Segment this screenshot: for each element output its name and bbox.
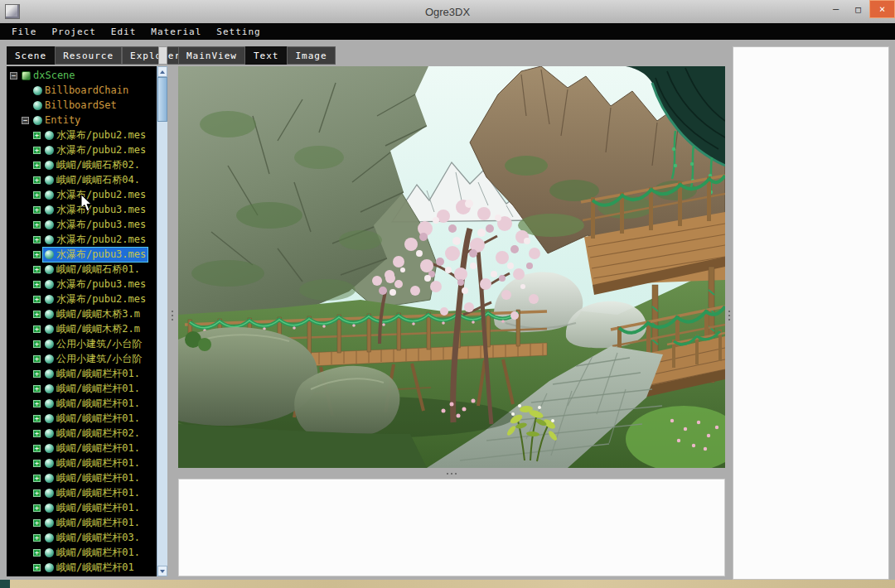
expander-icon[interactable]	[33, 176, 41, 184]
tree-row[interactable]: 水瀑布/pubu2.mes	[7, 142, 157, 157]
tree-row[interactable]: 峨嵋/峨嵋栏杆02.	[7, 426, 157, 441]
tree-row[interactable]: 公用小建筑/小台阶	[7, 351, 157, 366]
right-splitter-handle[interactable]	[726, 303, 733, 328]
expander-icon[interactable]	[33, 206, 41, 214]
tree-scrollbar[interactable]	[157, 66, 167, 576]
tree-row[interactable]: BillboardSet	[7, 98, 157, 113]
expander-icon[interactable]	[33, 191, 41, 199]
expander-icon[interactable]	[33, 534, 41, 542]
tree-row-label: 水瀑布/pubu2.mes	[56, 292, 146, 306]
minimize-button[interactable]: –	[825, 0, 847, 18]
tree-row[interactable]: 公用小建筑/小台阶	[7, 336, 157, 351]
expander-icon[interactable]	[33, 430, 41, 437]
tree-row[interactable]: 峨嵋/峨嵋栏杆01	[7, 560, 157, 575]
expander-icon[interactable]	[33, 475, 41, 482]
expander-icon[interactable]	[33, 504, 41, 512]
tree-row[interactable]: 水瀑布/pubu2.mes	[7, 292, 157, 306]
close-button[interactable]: ×	[869, 0, 895, 18]
horizontal-splitter[interactable]	[178, 468, 725, 479]
tree-row[interactable]: 峨嵋/峨嵋栏杆01.	[7, 381, 157, 396]
scroll-up-icon[interactable]	[157, 66, 167, 77]
tree-row[interactable]: 峨嵋/峨嵋栏杆01.	[7, 455, 157, 470]
node-icon	[45, 369, 54, 378]
expander-icon[interactable]	[33, 266, 41, 273]
tree-row[interactable]: 峨嵋/峨嵋栏杆03.	[7, 530, 157, 545]
tree-row[interactable]: 峨嵋/峨嵋石桥04.	[7, 172, 157, 187]
tree-row-label: 峨嵋/峨嵋栏杆01.	[56, 441, 140, 455]
tree-row[interactable]: 水瀑布/pubu3.mes	[7, 247, 157, 262]
expander-icon[interactable]	[33, 415, 41, 422]
tree-row[interactable]: 水瀑布/pubu3.mes	[7, 277, 157, 292]
expander-icon[interactable]	[33, 340, 41, 348]
expander-icon[interactable]	[10, 72, 17, 80]
expander-icon[interactable]	[33, 281, 41, 288]
left-panel-tab[interactable]: Resource	[55, 46, 122, 65]
tree-row-label: 水瀑布/pubu3.mes	[56, 248, 146, 262]
expander-icon[interactable]	[33, 489, 41, 497]
tree-row[interactable]: 峨嵋/峨嵋木桥2.m	[7, 321, 157, 336]
tree-row[interactable]: 峨嵋/峨嵋栏杆01.	[7, 500, 157, 515]
left-panel-tab[interactable]: Scene	[7, 46, 55, 65]
menu-item[interactable]: Project	[52, 27, 96, 37]
menu-item[interactable]: File	[12, 27, 37, 37]
tree-row[interactable]: 峨嵋/峨嵋栏杆01.	[7, 411, 157, 426]
properties-panel	[733, 46, 889, 580]
scrollbar-thumb[interactable]	[157, 77, 167, 122]
tree-row[interactable]: 水瀑布/pubu2.mes	[7, 187, 157, 202]
menu-item[interactable]: Edit	[111, 27, 137, 37]
node-icon	[45, 265, 54, 274]
menu-item[interactable]: Material	[151, 27, 201, 37]
tab-overflow-button[interactable]	[158, 46, 167, 65]
expander-icon[interactable]	[33, 311, 41, 318]
expander-icon[interactable]	[33, 325, 41, 333]
tree-row[interactable]: 峨嵋/峨嵋栏杆01.	[7, 470, 157, 485]
tree-row[interactable]: Entity	[7, 113, 157, 128]
tree-row-label: 水瀑布/pubu3.mes	[56, 277, 146, 292]
expander-icon[interactable]	[33, 132, 41, 139]
expander-icon[interactable]	[33, 161, 41, 169]
node-icon	[45, 176, 54, 185]
expander-icon[interactable]	[33, 549, 41, 557]
expander-icon[interactable]	[33, 400, 41, 407]
expander-icon[interactable]	[33, 370, 41, 378]
expander-icon[interactable]	[33, 445, 41, 452]
expander-icon[interactable]	[33, 460, 41, 467]
window-title: Ogre3DX	[0, 6, 895, 18]
expander-icon[interactable]	[33, 251, 41, 258]
expander-icon[interactable]	[33, 355, 41, 363]
node-icon	[45, 489, 54, 498]
view-tab[interactable]: Text	[245, 46, 288, 65]
expander-icon[interactable]	[33, 519, 41, 527]
expander-icon[interactable]	[33, 385, 41, 393]
tree-row[interactable]: 峨嵋/峨嵋木桥3.m	[7, 306, 157, 321]
expander-icon[interactable]	[33, 564, 41, 571]
left-splitter-handle[interactable]	[169, 303, 176, 328]
expander-icon[interactable]	[33, 147, 41, 154]
tree-row[interactable]: 水瀑布/pubu3.mes	[7, 217, 157, 232]
expander-icon[interactable]	[22, 117, 29, 124]
expander-icon[interactable]	[33, 296, 41, 303]
tree-row[interactable]: 峨嵋/峨嵋栏杆01.	[7, 366, 157, 381]
tree-row[interactable]: dxScene	[7, 68, 157, 83]
viewport-3d-scene[interactable]	[178, 66, 725, 468]
maximize-button[interactable]: □	[847, 0, 869, 18]
tree-row[interactable]: 峨嵋/峨嵋石桥01.	[7, 262, 157, 277]
expander-icon[interactable]	[33, 236, 41, 243]
tree-row[interactable]: 峨嵋/峨嵋栏杆01.	[7, 396, 157, 411]
tree-row[interactable]: 水瀑布/pubu2.mes	[7, 232, 157, 247]
scroll-down-icon[interactable]	[157, 566, 167, 576]
tree-row[interactable]: 水瀑布/pubu3.mes	[7, 202, 157, 217]
tree-row[interactable]: 峨嵋/峨嵋栏杆01.	[7, 545, 157, 560]
menu-item[interactable]: Setting	[216, 27, 260, 37]
view-tab[interactable]: MainView	[178, 46, 245, 65]
tree-row[interactable]: 峨嵋/峨嵋石桥02.	[7, 157, 157, 172]
tree-row-label: 水瀑布/pubu3.mes	[56, 218, 146, 232]
view-tab[interactable]: Image	[287, 46, 335, 65]
tree-row[interactable]: 水瀑布/pubu2.mes	[7, 128, 157, 142]
tree-row[interactable]: 峨嵋/峨嵋栏杆01.	[7, 485, 157, 500]
tree-row[interactable]: 峨嵋/峨嵋栏杆01.	[7, 515, 157, 530]
expander-icon[interactable]	[33, 221, 41, 229]
tree-row[interactable]: BillboardChain	[7, 83, 157, 98]
tree-row[interactable]: 峨嵋/峨嵋栏杆01.	[7, 441, 157, 455]
node-icon	[45, 444, 54, 453]
